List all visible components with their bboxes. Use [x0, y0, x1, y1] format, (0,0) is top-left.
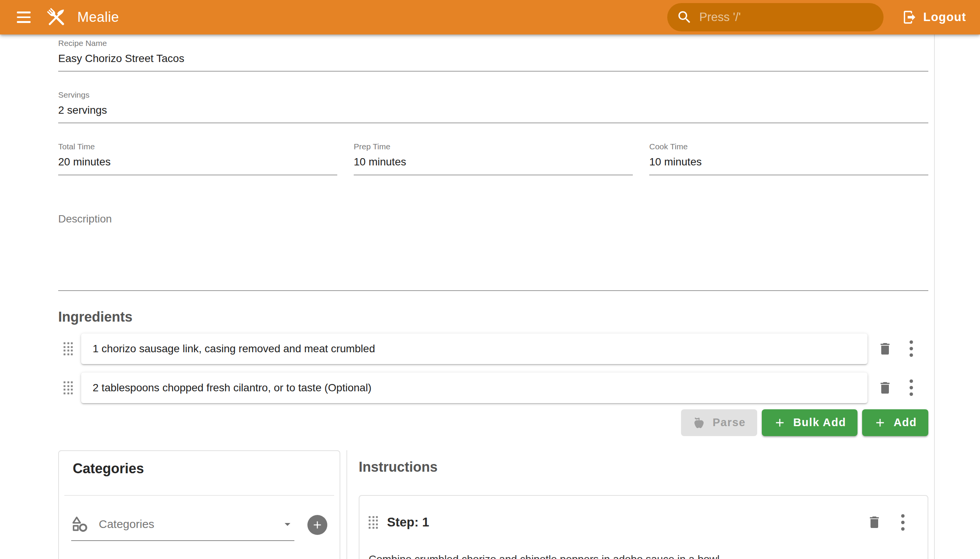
parse-button[interactable]: Parse [681, 409, 757, 436]
cook-time-label: Cook Time [649, 142, 928, 150]
plus-icon [773, 416, 786, 429]
bulk-add-button[interactable]: Bulk Add [762, 409, 858, 436]
recipe-name-field[interactable]: Recipe Name Easy Chorizo Street Tacos [58, 35, 928, 71]
servings-label: Servings [58, 91, 928, 99]
delete-ingredient-button[interactable] [876, 379, 894, 397]
kebab-icon [910, 379, 913, 396]
mealie-logo-icon [44, 5, 69, 30]
instructions-title: Instructions [359, 459, 928, 475]
parse-label: Parse [712, 416, 746, 429]
select-underline [71, 540, 294, 541]
prep-time-value[interactable]: 10 minutes [354, 156, 633, 168]
step-title: Step: 1 [387, 515, 429, 529]
recipe-name-label: Recipe Name [58, 39, 928, 47]
step-card: Step: 1 Combine crumbled chorizo and chi… [359, 495, 928, 559]
total-time-value[interactable]: 20 minutes [58, 156, 337, 168]
prep-time-field[interactable]: Prep Time 10 minutes [354, 142, 633, 175]
ingredient-input[interactable]: 2 tablespoons chopped fresh cilantro, or… [81, 372, 868, 403]
field-underline [58, 175, 337, 175]
search-input[interactable] [699, 10, 874, 25]
field-underline [58, 290, 928, 291]
cook-time-field[interactable]: Cook Time 10 minutes [649, 142, 928, 175]
step-menu-button[interactable] [900, 513, 906, 532]
kebab-icon [910, 341, 913, 357]
ingredients-title: Ingredients [58, 309, 928, 325]
drag-handle-icon[interactable] [64, 342, 73, 355]
app-header: Mealie Logout [0, 0, 980, 35]
trash-icon [878, 380, 893, 395]
ingredient-row: 1 chorizo sausage link, casing removed a… [58, 334, 928, 364]
description-value[interactable] [58, 224, 928, 290]
plus-icon [311, 519, 324, 531]
ingredient-menu-button[interactable] [908, 378, 914, 397]
field-underline [354, 175, 633, 175]
categories-select[interactable]: Categories [71, 514, 294, 541]
drag-handle-icon[interactable] [64, 381, 73, 394]
add-ingredient-button[interactable]: Add [862, 409, 928, 436]
drag-handle-icon[interactable] [369, 516, 378, 529]
cook-time-value[interactable]: 10 minutes [649, 156, 928, 168]
hamburger-menu-button[interactable] [15, 9, 33, 25]
prep-time-label: Prep Time [354, 142, 633, 150]
total-time-label: Total Time [58, 142, 337, 150]
trash-icon [878, 341, 893, 356]
field-underline [58, 122, 928, 123]
add-category-button[interactable] [307, 515, 327, 535]
divider [64, 495, 334, 496]
kebab-icon [901, 514, 905, 531]
ingredient-menu-button[interactable] [908, 339, 914, 358]
categories-card-title: Categories [73, 461, 326, 476]
logout-button[interactable]: Logout [900, 9, 968, 25]
categories-card: Categories Categories [58, 450, 340, 559]
content-edge-divider [934, 35, 935, 559]
plus-icon [874, 416, 887, 429]
bottom-section: Categories Categories [58, 450, 928, 559]
delete-step-button[interactable] [865, 513, 884, 531]
recipe-editor: Recipe Name Easy Chorizo Street Tacos Se… [58, 35, 928, 559]
description-label: Description [58, 213, 928, 224]
apple-icon [692, 416, 706, 429]
field-underline [58, 71, 928, 71]
logout-label: Logout [923, 10, 966, 24]
trash-icon [867, 514, 882, 530]
servings-field[interactable]: Servings 2 servings [58, 91, 928, 123]
field-underline [649, 175, 928, 175]
app-title: Mealie [77, 9, 119, 25]
recipe-name-value[interactable]: Easy Chorizo Street Tacos [58, 53, 928, 65]
servings-value[interactable]: 2 servings [58, 104, 928, 116]
ingredient-actions: Parse Bulk Add Add [58, 409, 928, 436]
categories-select-label: Categories [99, 518, 154, 531]
search-icon [676, 9, 692, 25]
delete-ingredient-button[interactable] [876, 340, 894, 358]
times-row: Total Time 20 minutes Prep Time 10 minut… [58, 142, 928, 175]
total-time-field[interactable]: Total Time 20 minutes [58, 142, 337, 175]
logout-icon [902, 10, 917, 25]
step-text[interactable]: Combine crumbled chorizo and chipotle pe… [369, 551, 906, 559]
shapes-icon [71, 515, 89, 533]
ingredient-row: 2 tablespoons chopped fresh cilantro, or… [58, 372, 928, 403]
add-label: Add [894, 416, 917, 429]
chevron-down-icon[interactable] [281, 517, 294, 531]
ingredient-input[interactable]: 1 chorizo sausage link, casing removed a… [81, 334, 868, 364]
search-bar[interactable] [667, 3, 884, 31]
description-field[interactable]: Description [58, 213, 928, 291]
bulk-add-label: Bulk Add [793, 416, 846, 429]
